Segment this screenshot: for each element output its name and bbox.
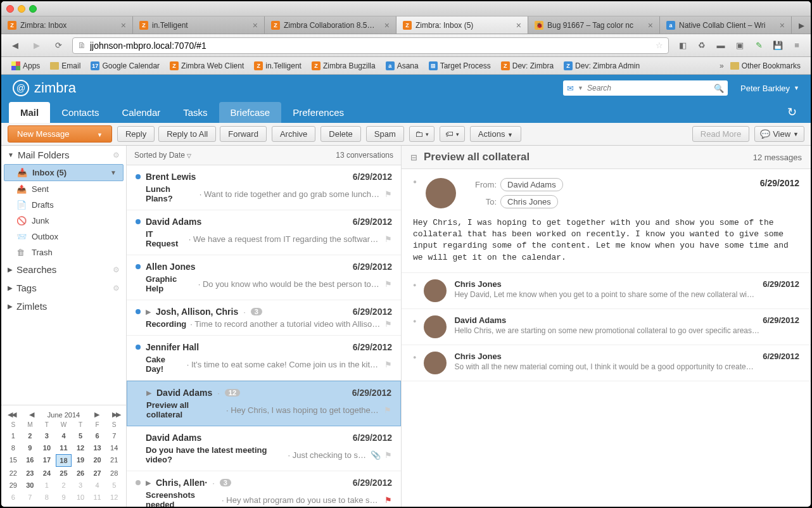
ext-icon-evernote[interactable]: ✎ (751, 38, 766, 53)
app-tab-preferences[interactable]: Preferences (281, 102, 355, 123)
flag-icon[interactable]: ⚑ (384, 279, 392, 289)
cal-day[interactable]: 12 (72, 442, 89, 454)
cal-day[interactable]: 3 (72, 479, 89, 491)
close-tab-icon[interactable]: × (253, 20, 258, 30)
bookmark-item[interactable]: ⊞Target Process (425, 60, 495, 72)
sidebar-section-tags[interactable]: ▶Tags⚙ (1, 279, 126, 297)
search-icon[interactable]: 🔍 (714, 84, 724, 93)
folder-outbox[interactable]: 📨Outbox (1, 229, 126, 244)
flag-icon[interactable]: ⚑ (384, 495, 392, 505)
browser-tab[interactable]: ZZimbra: Inbox (5)× (396, 16, 528, 34)
cal-day[interactable]: 1 (5, 430, 22, 441)
sort-toggle[interactable]: Sorted by Date ▽ (134, 151, 191, 160)
folder-junk[interactable]: 🚫Junk (1, 213, 126, 229)
move-button[interactable]: 🗀▾ (409, 126, 435, 142)
conversation-item[interactable]: Brent Lewis 6/29/2012 Lunch Plans? · Wan… (127, 165, 401, 210)
cal-day[interactable]: 21 (106, 454, 122, 467)
ext-icon-recycle[interactable]: ♻ (694, 38, 709, 53)
app-tab-briefcase[interactable]: Briefcase (219, 102, 282, 123)
actions-button[interactable]: Actions ▼ (470, 126, 521, 142)
cal-day[interactable]: 7 (22, 492, 39, 503)
conversation-item[interactable]: Jennifer Hall 6/29/2012 Cake Day! · It's… (127, 336, 401, 381)
gear-icon[interactable]: ⚙ (113, 265, 120, 274)
bookmark-overflow[interactable]: » (720, 61, 724, 70)
bookmark-item[interactable]: Email (46, 60, 84, 72)
browser-tab[interactable]: ZZimbra Collaboration 8.5…× (265, 16, 396, 34)
cal-prev-year[interactable]: ◀◀ (8, 410, 15, 419)
conversation-item[interactable]: ▶ Chris, Allen· ·3 6/29/2012 Screenshots… (127, 471, 401, 507)
browser-tab[interactable]: aNative Collab Client – Wri× (660, 16, 792, 34)
reply-button[interactable]: Reply (117, 126, 155, 142)
folder-sent[interactable]: 📤Sent (1, 181, 126, 197)
flag-icon[interactable]: ⚑ (384, 189, 392, 199)
browser-tab[interactable]: ZZimbra: Inbox× (1, 16, 133, 34)
cal-day[interactable]: 9 (22, 442, 39, 454)
mail-folders-header[interactable]: ▼ Mail Folders ⚙ (1, 146, 126, 164)
cal-day[interactable]: 5 (72, 430, 89, 441)
cal-day[interactable]: 25 (56, 467, 72, 479)
bookmark-item[interactable]: ZZimbra Web Client (166, 60, 248, 72)
forward-button[interactable]: ▶ (29, 38, 44, 53)
cal-day[interactable]: 10 (39, 442, 55, 454)
cal-day[interactable]: 20 (89, 454, 106, 467)
forward-button[interactable]: Forward (220, 126, 267, 142)
flag-icon[interactable]: ⚑ (384, 450, 392, 460)
cal-day[interactable]: 6 (89, 430, 106, 441)
zoom-window-button[interactable] (29, 5, 37, 13)
spam-button[interactable]: Spam (366, 126, 404, 142)
cal-day[interactable]: 14 (106, 442, 122, 454)
flag-icon[interactable]: ⚑ (384, 405, 391, 415)
app-tab-mail[interactable]: Mail (9, 102, 50, 123)
browser-tab[interactable]: 🐞Bug 91667 – Tag color nc× (528, 16, 660, 34)
bookmark-item[interactable]: Zin.Telligent (250, 60, 305, 72)
cal-day[interactable]: 27 (89, 467, 106, 479)
ext-icon-incognito[interactable]: ▬ (713, 38, 728, 53)
cal-day[interactable]: 18 (56, 454, 72, 467)
cal-day[interactable]: 28 (106, 467, 122, 479)
cal-next-year[interactable]: ▶▶ (112, 410, 120, 419)
collapse-icon[interactable]: ⊟ (410, 153, 417, 162)
chevron-down-icon[interactable]: ▼ (110, 169, 117, 176)
cal-day[interactable]: 26 (72, 467, 89, 479)
search-dropdown-icon[interactable]: ▼ (578, 85, 583, 91)
conversation-item[interactable]: David Adams 6/29/2012 IT Request · We ha… (127, 210, 401, 255)
flag-icon[interactable]: ⚑ (384, 319, 392, 329)
read-more-button[interactable]: Read More (692, 126, 749, 142)
cal-day[interactable]: 9 (56, 492, 72, 503)
cal-day[interactable]: 3 (39, 430, 55, 441)
back-button[interactable]: ◀ (8, 38, 23, 53)
new-message-button[interactable]: New Message ▼ (8, 125, 112, 143)
new-tab-button[interactable]: ▸ (792, 16, 811, 34)
cal-day[interactable]: 11 (56, 442, 72, 454)
chrome-menu[interactable]: ≡ (789, 38, 804, 53)
cal-day[interactable]: 2 (22, 430, 39, 441)
reload-button[interactable]: ⟳ (51, 38, 66, 53)
tag-button[interactable]: 🏷▾ (440, 126, 465, 142)
cal-day[interactable]: 11 (89, 492, 106, 503)
bookmark-item[interactable]: ZZimbra Bugzilla (308, 60, 379, 72)
conversation-item[interactable]: David Adams 6/29/2012 Do you have the la… (127, 426, 401, 471)
close-tab-icon[interactable]: × (648, 20, 653, 30)
cal-day[interactable]: 29 (5, 479, 22, 491)
thread-message[interactable]: ● Chris Jones6/29/2012 Hey David, Let me… (402, 273, 811, 309)
bookmark-star-icon[interactable]: ☆ (656, 41, 663, 50)
bookmark-item[interactable]: Apps (8, 60, 44, 72)
ext-icon-save[interactable]: 💾 (770, 38, 785, 53)
cal-day[interactable]: 19 (72, 454, 89, 467)
to-bubble[interactable]: Chris Jones (500, 195, 558, 208)
gear-icon[interactable]: ⚙ (113, 151, 120, 160)
cal-day[interactable]: 4 (56, 430, 72, 441)
zimbra-logo[interactable]: @ zimbra (13, 80, 76, 96)
cal-next-month[interactable]: ▶ (94, 410, 98, 419)
other-bookmarks[interactable]: Other Bookmarks (726, 60, 804, 72)
app-tab-contacts[interactable]: Contacts (50, 102, 110, 123)
bookmark-item[interactable]: ZDev: Zimbra Admin (560, 60, 644, 72)
thread-message[interactable]: ● Chris Jones6/29/2012 So with all the n… (402, 345, 811, 381)
app-tab-calendar[interactable]: Calendar (110, 102, 172, 123)
search-input[interactable] (587, 84, 710, 92)
ext-icon-1[interactable]: ◧ (675, 38, 690, 53)
minimize-window-button[interactable] (18, 5, 25, 13)
cal-day[interactable]: 12 (106, 492, 122, 503)
close-tab-icon[interactable]: × (780, 20, 785, 30)
conversation-item[interactable]: ▶ Josh, Allison, Chris ·3 6/29/2012 Reco… (127, 300, 401, 336)
